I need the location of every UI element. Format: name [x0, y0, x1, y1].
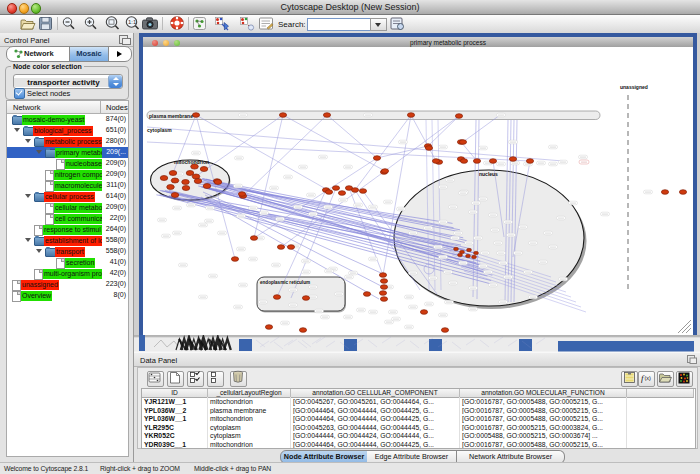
svg-text:cytoplasm: cytoplasm	[147, 127, 172, 133]
svg-text:mitochondrion: mitochondrion	[174, 159, 209, 165]
svg-text:plasma membrane: plasma membrane	[149, 113, 193, 119]
svg-text:unassigned: unassigned	[620, 84, 648, 90]
svg-text:nucleus: nucleus	[479, 171, 498, 177]
svg-text:1:1: 1:1	[128, 19, 137, 25]
svg-text:endoplasmic reticulum: endoplasmic reticulum	[260, 280, 310, 285]
